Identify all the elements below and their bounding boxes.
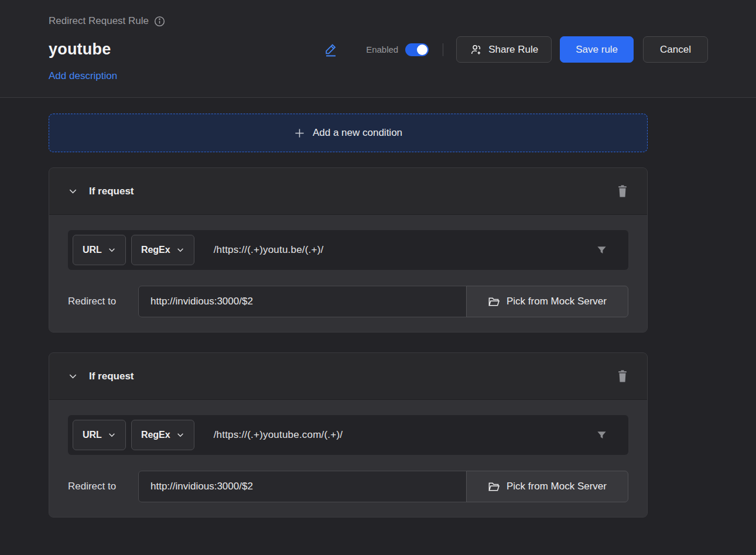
folder-open-icon	[488, 296, 500, 307]
enabled-label: Enabled	[366, 44, 398, 54]
folder-open-icon	[488, 481, 500, 492]
toggle-knob	[417, 44, 427, 55]
trash-icon[interactable]	[616, 369, 629, 383]
rule-editor-header: Redirect Request Rule youtube Enabled	[0, 0, 756, 98]
condition-card: If request URL	[49, 352, 648, 518]
add-description-link[interactable]: Add description	[49, 70, 117, 82]
source-url-input[interactable]: /https://(.+)youtube.com/(.+)/	[214, 429, 596, 441]
source-operator-dropdown[interactable]: RegEx	[131, 420, 194, 450]
redirect-destination-row: Redirect to Pick from Mock Server	[68, 471, 628, 502]
save-rule-button[interactable]: Save rule	[560, 36, 634, 63]
pick-from-mock-server-button[interactable]: Pick from Mock Server	[466, 471, 628, 502]
chevron-down-icon	[108, 431, 116, 439]
share-rule-label: Share Rule	[488, 44, 538, 56]
chevron-down-icon	[176, 246, 184, 254]
pick-from-mock-server-label: Pick from Mock Server	[507, 296, 607, 307]
vertical-divider	[443, 43, 443, 56]
condition-card-header: If request	[49, 168, 647, 215]
chevron-down-icon	[176, 431, 184, 439]
condition-card-body: URL RegEx /https://(.+)youtu.be/(.+)/	[49, 215, 647, 332]
user-add-icon	[470, 43, 483, 56]
source-url-input[interactable]: /https://(.+)youtu.be/(.+)/	[214, 244, 596, 256]
rule-type-label: Redirect Request Rule	[49, 15, 149, 27]
chevron-down-icon	[108, 246, 116, 254]
redirect-url-input[interactable]	[138, 471, 467, 502]
add-condition-label: Add a new condition	[313, 127, 402, 139]
redirect-to-label: Redirect to	[68, 296, 138, 307]
condition-card-header: If request	[49, 353, 647, 400]
plus-icon	[294, 128, 305, 139]
chevron-down-icon[interactable]	[68, 186, 78, 196]
filter-funnel-icon[interactable]	[596, 245, 607, 256]
condition-card-body: URL RegEx /https://(.+)youtube.com/(.+)/	[49, 400, 647, 517]
header-actions: Enabled Share Rule Save rule Cancel	[324, 36, 708, 63]
source-key-value: URL	[83, 245, 102, 255]
source-operator-value: RegEx	[141, 430, 170, 440]
trash-icon[interactable]	[616, 184, 629, 198]
cancel-button[interactable]: Cancel	[643, 36, 708, 63]
redirect-to-label: Redirect to	[68, 481, 138, 492]
condition-title: If request	[89, 186, 134, 197]
source-operator-dropdown[interactable]: RegEx	[131, 235, 194, 265]
redirect-destination-row: Redirect to Pick from Mock Server	[68, 286, 628, 317]
source-operator-value: RegEx	[141, 245, 170, 255]
rule-name: youtube	[49, 40, 111, 59]
info-icon[interactable]	[154, 16, 165, 27]
source-condition-row: URL RegEx /https://(.+)youtube.com/(.+)/	[68, 415, 628, 455]
add-condition-button[interactable]: Add a new condition	[49, 114, 648, 152]
source-key-dropdown[interactable]: URL	[73, 420, 126, 450]
rule-type-row: Redirect Request Rule	[49, 0, 756, 27]
rule-name-row: youtube Enabled	[49, 36, 756, 63]
source-key-value: URL	[83, 430, 102, 440]
chevron-down-icon[interactable]	[68, 371, 78, 381]
share-rule-button[interactable]: Share Rule	[456, 36, 552, 63]
condition-card: If request URL	[49, 167, 648, 333]
rule-builder: Add a new condition If request	[0, 98, 756, 541]
enabled-toggle[interactable]	[405, 43, 429, 56]
condition-title: If request	[89, 371, 134, 382]
source-condition-row: URL RegEx /https://(.+)youtu.be/(.+)/	[68, 230, 628, 270]
filter-funnel-icon[interactable]	[596, 430, 607, 441]
pick-from-mock-server-button[interactable]: Pick from Mock Server	[466, 286, 628, 317]
redirect-url-input[interactable]	[138, 286, 467, 317]
edit-pencil-icon[interactable]	[324, 42, 338, 57]
source-key-dropdown[interactable]: URL	[73, 235, 126, 265]
pick-from-mock-server-label: Pick from Mock Server	[507, 481, 607, 492]
